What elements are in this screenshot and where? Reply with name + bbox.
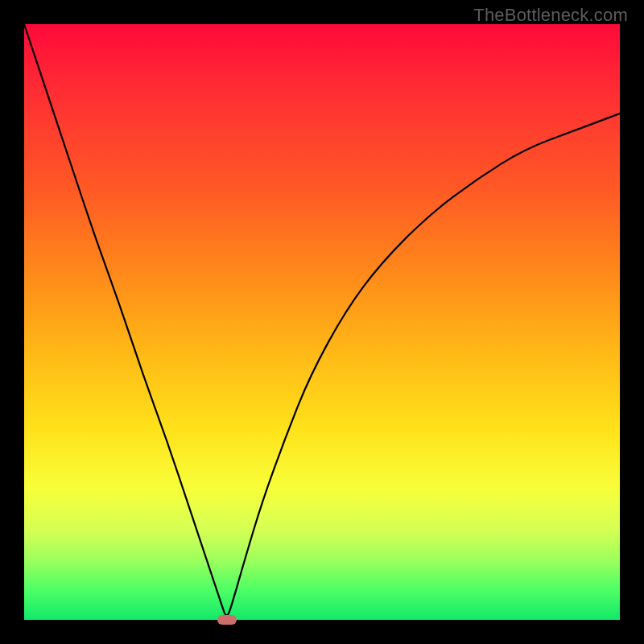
chart-frame: TheBottleneck.com [0,0,644,644]
bottleneck-curve [24,24,620,620]
plot-area [24,24,620,620]
minimum-marker [217,615,237,625]
watermark-text: TheBottleneck.com [473,5,628,26]
curve-path [24,24,620,615]
